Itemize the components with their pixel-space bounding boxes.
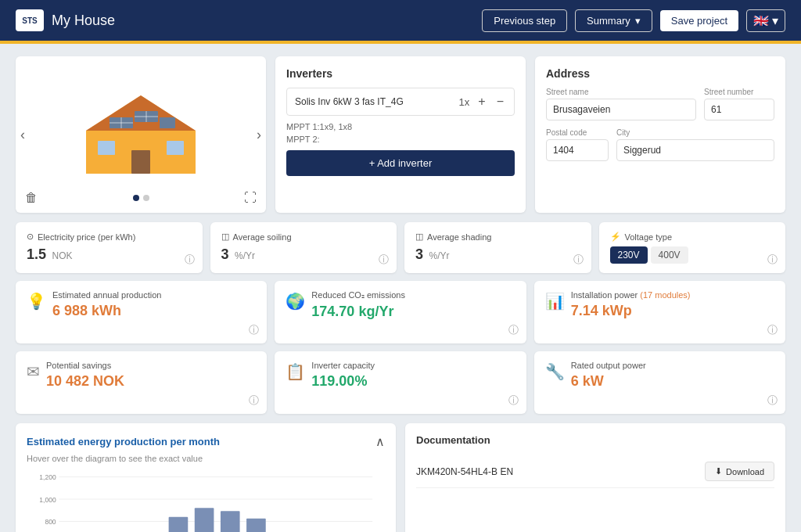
savings-value: 10 482 NOK: [46, 373, 256, 390]
modules-count: (17 modules): [640, 290, 690, 300]
info-icon-electricity[interactable]: ⓘ: [185, 253, 195, 267]
co2-label: Reduced CO₂ emissions: [311, 290, 515, 300]
svg-rect-10: [98, 141, 115, 155]
language-selector[interactable]: 🇬🇧 ▾: [746, 9, 785, 32]
rated-output-label: Rated output power: [571, 361, 774, 370]
voltage-400-button[interactable]: 400V: [651, 246, 688, 264]
city-input[interactable]: [616, 139, 774, 161]
info-icon-savings[interactable]: ⓘ: [249, 394, 259, 408]
envelope-icon: ✉: [27, 362, 40, 381]
co2-header: 🌍 Reduced CO₂ emissions 174.70 kg/Yr: [286, 290, 515, 320]
info-icon-voltage[interactable]: ⓘ: [767, 253, 778, 267]
chevron-down-icon-2: ▾: [772, 13, 778, 28]
increase-qty-button[interactable]: +: [476, 95, 487, 109]
electricity-value: 1.5: [27, 246, 46, 262]
svg-text:1,000: 1,000: [39, 496, 56, 504]
header: STS My House Previous step Summary ▾ Sav…: [0, 0, 801, 41]
electricity-icon: ⊙: [27, 232, 34, 242]
inverter-item: Solis Inv 6kW 3 fas IT_4G 1x + −: [286, 88, 515, 116]
delete-icon[interactable]: 🗑: [25, 191, 38, 205]
chevron-down-icon: ▾: [635, 15, 641, 27]
bulb-icon: 💡: [27, 292, 46, 311]
bar-chart-svg: 1,200 1,000 800 600 400 200 0: [27, 471, 385, 532]
info-icon-co2[interactable]: ⓘ: [508, 323, 519, 337]
street-name-input[interactable]: [546, 99, 696, 120]
mppt1-detail: MPPT 1:1x9, 1x8: [286, 122, 515, 131]
summary-button[interactable]: Summary ▾: [575, 9, 652, 32]
electricity-label: ⊙ Electricity price (per kWh): [27, 232, 192, 242]
rated-output-content: Rated output power 6 kW: [571, 361, 774, 390]
savings-header: ✉ Potential savings 10 482 NOK: [27, 361, 256, 390]
voltage-230-button[interactable]: 230V: [610, 246, 648, 264]
electricity-card: ⊙ Electricity price (per kWh) 1.5 NOK ⓘ: [16, 222, 203, 273]
wrench-icon: 🔧: [545, 362, 565, 381]
collapse-chart-button[interactable]: ∧: [375, 434, 385, 449]
street-name-label: Street name: [546, 88, 696, 96]
voltage-label: ⚡ Voltage type: [610, 232, 775, 242]
rated-output-header: 🔧 Rated output power 6 kW: [545, 361, 774, 390]
metrics-row-1: 💡 Estimated annual production 6 988 kWh …: [16, 281, 785, 343]
dot-indicators: [133, 195, 149, 201]
add-inverter-button[interactable]: + Add inverter: [286, 150, 515, 176]
annual-production-label: Estimated annual production: [52, 290, 256, 300]
chart-title: Estimated energy production per month: [27, 436, 220, 448]
savings-label: Potential savings: [46, 361, 256, 370]
prev-house-button[interactable]: ‹: [20, 127, 25, 143]
svg-rect-30: [169, 517, 189, 532]
flag-icon: 🇬🇧: [753, 13, 769, 28]
address-row-2: Postal code City: [546, 128, 774, 161]
annual-production-value: 6 988 kWh: [52, 303, 256, 319]
info-icon-capacity[interactable]: ⓘ: [508, 394, 519, 408]
postal-code-input[interactable]: [546, 139, 609, 161]
voltage-card: ⚡ Voltage type 230V 400V ⓘ: [599, 222, 786, 273]
annual-production-card: 💡 Estimated annual production 6 988 kWh …: [16, 281, 267, 343]
page-title: My House: [52, 13, 115, 29]
electricity-value-row: 1.5 NOK: [27, 246, 192, 263]
download-button[interactable]: ⬇ Download: [705, 462, 774, 481]
prev-step-button[interactable]: Previous step: [482, 9, 567, 32]
info-icon-rated[interactable]: ⓘ: [767, 394, 778, 408]
info-icon-soiling[interactable]: ⓘ: [379, 253, 389, 267]
inverter-capacity-header: 📋 Inverter capacity 119.00%: [286, 361, 515, 390]
savings-card: ✉ Potential savings 10 482 NOK ⓘ: [16, 351, 267, 414]
inverter-controls: 1x + −: [459, 95, 506, 109]
installation-power-label: Installation power (17 modules): [571, 290, 774, 300]
annual-production-content: Estimated annual production 6 988 kWh: [52, 290, 256, 319]
info-icon-annual[interactable]: ⓘ: [249, 323, 259, 337]
street-name-group: Street name: [546, 88, 696, 120]
voltage-icon: ⚡: [610, 232, 621, 242]
address-card: Address Street name Street number Postal…: [535, 56, 785, 213]
installation-power-card: 📊 Installation power (17 modules) 7.14 k…: [534, 281, 785, 343]
save-project-button[interactable]: Save project: [660, 10, 738, 31]
installation-power-content: Installation power (17 modules) 7.14 kWp: [571, 290, 774, 319]
city-group: City: [616, 128, 774, 161]
info-icon-shading[interactable]: ⓘ: [573, 253, 584, 267]
soiling-value: 3: [221, 246, 229, 262]
rated-output-card: 🔧 Rated output power 6 kW ⓘ: [534, 351, 785, 414]
street-number-group: Street number: [704, 88, 774, 120]
dot-2: [143, 195, 149, 201]
house-bottom-bar: 🗑 ⛶: [16, 191, 266, 205]
logo: STS: [16, 9, 44, 31]
house-image-card: ‹: [16, 56, 266, 213]
svg-rect-9: [131, 150, 150, 174]
address-row-1: Street name Street number: [546, 88, 774, 120]
metrics-row-2: ✉ Potential savings 10 482 NOK ⓘ 📋 Inver…: [16, 351, 785, 414]
header-right: Previous step Summary ▾ Save project 🇬🇧 …: [482, 9, 785, 32]
postal-code-group: Postal code: [546, 128, 609, 161]
svg-rect-32: [221, 511, 240, 532]
installation-power-header: 📊 Installation power (17 modules) 7.14 k…: [545, 290, 774, 319]
info-icon-installation[interactable]: ⓘ: [767, 323, 778, 337]
next-house-button[interactable]: ›: [257, 127, 261, 143]
soiling-icon: ◫: [221, 232, 229, 242]
expand-icon[interactable]: ⛶: [244, 191, 257, 205]
street-number-input[interactable]: [704, 99, 774, 120]
download-icon: ⬇: [715, 466, 722, 476]
decrease-qty-button[interactable]: −: [494, 95, 506, 109]
voltage-buttons: 230V 400V: [610, 246, 775, 264]
electricity-unit: NOK: [52, 250, 72, 261]
bar-chart-icon: 📊: [545, 292, 565, 311]
svg-rect-11: [167, 141, 184, 155]
svg-rect-31: [195, 508, 214, 532]
soiling-unit: %/Yr: [235, 250, 255, 261]
